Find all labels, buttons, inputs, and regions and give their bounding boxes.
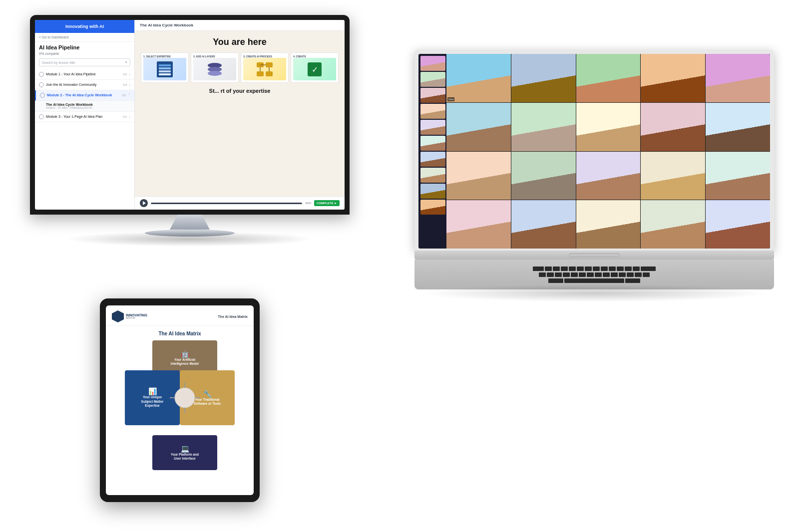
module-title-1: Module 1 - Your AI Idea Pipeline	[46, 72, 121, 76]
tablet-screen: INNOVATING WITH AI The AI Idea Matrix Th…	[106, 305, 254, 495]
person-8	[576, 103, 641, 151]
chevron-icon-4: ›	[129, 115, 130, 119]
logo-text: INNOVATING WITH AI	[126, 313, 147, 319]
module-item-2[interactable]: Join the AI Innovator Community 0/4 ›	[35, 80, 134, 90]
module-circle-4	[39, 114, 44, 119]
monitor: Innovating with AI Go to Dashboard AI Id…	[30, 15, 350, 237]
puzzle-diagram: 🤖 Your ArtificialIntelligence Model 📊 Yo…	[125, 340, 235, 470]
person-11	[446, 152, 511, 200]
module-circle-2	[39, 82, 44, 87]
module-item-3[interactable]: Module 2 - The AI Idea Cycle Workbook 0/…	[35, 90, 134, 101]
person-16	[446, 200, 511, 249]
person-18	[576, 200, 641, 249]
zoom-cell-11	[446, 152, 511, 200]
person-3	[576, 54, 641, 102]
puzzle-connector-svg	[165, 378, 205, 418]
step-card-1: 1. SELECT EXPERTISE	[141, 52, 189, 83]
module-title-4: Module 3 - Your 1-Page AI Idea Plan	[46, 114, 121, 119]
tablet-bezel: INNOVATING WITH AI The AI Idea Matrix Th…	[100, 298, 260, 502]
lesson-search[interactable]: Search by lesson title ▾	[39, 58, 130, 66]
monitor-neck	[170, 215, 210, 230]
laptop-base-bar	[414, 251, 774, 260]
steps-row: 1. SELECT EXPERTISE	[141, 52, 339, 83]
puzzle-top-label: Your ArtificialIntelligence Model	[171, 358, 199, 366]
svg-rect-2	[159, 67, 171, 69]
zoom-cell-16	[446, 200, 511, 249]
module-item-4[interactable]: Module 3 - Your 1-Page AI Idea Plan 0/1 …	[35, 112, 134, 122]
zoom-thumb-4	[420, 104, 445, 119]
zoom-cell-3	[576, 54, 641, 102]
laptop: Host	[414, 50, 774, 289]
step-card-4: 4. CREATE ✓	[291, 52, 339, 83]
zoom-thumb-10	[420, 200, 445, 215]
zoom-cell-19	[641, 200, 705, 249]
zoom-cell-4	[641, 54, 705, 102]
puzzle-bottom: 💻 Your Platform andUser Interface	[152, 435, 217, 470]
content-tab-title: The AI Idea Cycle Workbook	[135, 20, 345, 31]
chevron-icon-2: ›	[129, 83, 130, 87]
puzzle-bottom-label: Your Platform andUser Interface	[171, 453, 199, 461]
person-4	[641, 54, 705, 102]
laptop-shadow	[419, 284, 769, 302]
zoom-cell-12	[511, 152, 576, 200]
complete-button[interactable]: COMPLETE ►	[314, 200, 340, 206]
key-tab	[533, 266, 544, 271]
logo-sub-text: WITH AI	[126, 317, 147, 319]
person-13	[576, 152, 641, 200]
tablet: INNOVATING WITH AI The AI Idea Matrix Th…	[100, 298, 260, 502]
brand-logo: INNOVATING WITH AI	[112, 310, 147, 322]
chevron-icon-1: ›	[129, 73, 130, 76]
zoom-cell-9	[641, 103, 705, 151]
step-visual-2	[193, 58, 236, 80]
lesson-content: The AI Idea Cycle Workbook You are here …	[135, 20, 345, 210]
puzzle-center	[155, 373, 215, 423]
video-controls: 4/04 COMPLETE ►	[135, 196, 345, 210]
module-title-2: Join the AI Innovator Community	[46, 82, 121, 87]
lesson-item-active[interactable]: The AI Idea Cycle Workbook VIDEO · 47 MI…	[35, 101, 134, 112]
zoom-cell-15	[706, 152, 770, 200]
lesson-title: The AI Idea Cycle Workbook	[46, 103, 130, 106]
module-title-3: Module 2 - The AI Idea Cycle Workbook	[47, 93, 120, 97]
course-title: AI Idea Pipeline	[35, 42, 134, 52]
person-2	[511, 54, 576, 102]
scene: Innovating with AI Go to Dashboard AI Id…	[0, 0, 799, 532]
tablet-body: The AI Idea Matrix 🤖 Your ArtificialInte…	[106, 326, 254, 495]
play-button[interactable]	[140, 199, 148, 207]
person-6	[446, 103, 511, 151]
zoom-thumb-9	[420, 184, 445, 199]
lesson-meta: VIDEO · 47 MIN · PREREQUISITE	[46, 106, 130, 109]
step-visual-4: ✓	[293, 58, 336, 80]
svg-rect-9	[266, 62, 273, 67]
zoom-cell-13	[576, 152, 641, 200]
laptop-screen: Host	[418, 54, 770, 249]
zoom-cell-1: Host	[446, 54, 511, 102]
module-count-1: 0/2	[123, 73, 127, 76]
svg-rect-10	[257, 71, 264, 76]
logo-hexagon-icon	[112, 310, 124, 322]
svg-point-7	[208, 71, 222, 76]
puzzle-bottom-icon: 💻	[181, 445, 189, 453]
module-item-1[interactable]: Module 1 - Your AI Idea Pipeline 0/2 ›	[35, 69, 134, 80]
monitor-bezel: Innovating with AI Go to Dashboard AI Id…	[30, 15, 350, 215]
progress-label: 0% complete	[35, 52, 134, 58]
chevron-icon-3: ˄	[128, 93, 130, 97]
zoom-cell-10	[706, 103, 770, 151]
zoom-thumb-3	[420, 88, 445, 103]
step-visual-3	[243, 58, 286, 80]
lesson-body: You are here 1. SELECT EXPERTISE	[135, 31, 345, 210]
zoom-thumb-1	[420, 56, 445, 71]
progress-fill	[151, 203, 302, 204]
step-card-2: 2. ADD AI LAYERS	[191, 52, 239, 83]
module-count-4: 0/1	[123, 115, 127, 118]
video-counter: 4/04	[305, 202, 311, 205]
search-placeholder-text: Search by lesson title	[42, 61, 75, 64]
module-count-3: 0/1	[122, 94, 126, 97]
zoom-thumb-8	[420, 168, 445, 183]
monitor-shadow	[65, 232, 315, 247]
play-icon	[143, 201, 146, 205]
zoom-cell-14	[641, 152, 705, 200]
zoom-cell-8	[576, 103, 641, 151]
zoom-cell-6	[446, 103, 511, 151]
back-to-dashboard[interactable]: Go to Dashboard	[35, 33, 134, 42]
video-progress-bar[interactable]	[151, 203, 302, 204]
